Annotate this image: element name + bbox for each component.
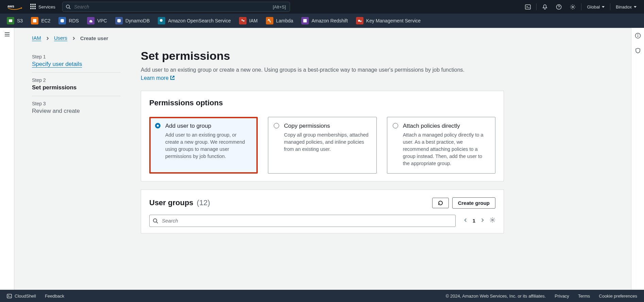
svg-rect-21	[243, 20, 244, 21]
info-icon[interactable]	[635, 33, 641, 40]
fav-dynamodb[interactable]: DynamoDB	[112, 14, 153, 28]
svg-rect-7	[30, 8, 32, 9]
caret-down-icon	[634, 6, 637, 8]
breadcrumb-iam[interactable]: IAM	[32, 35, 41, 41]
security-icon[interactable]	[635, 48, 641, 55]
fav-iam[interactable]: IAM	[236, 14, 261, 28]
cloudshell-icon	[7, 294, 12, 299]
fav-rds[interactable]: RDS	[55, 14, 82, 28]
permissions-options-title: Permissions options	[149, 99, 495, 107]
svg-rect-8	[32, 8, 34, 9]
kms-icon	[356, 17, 363, 24]
create-group-button[interactable]: Create group	[452, 197, 495, 209]
page-next[interactable]	[480, 218, 485, 224]
svg-rect-4	[30, 6, 32, 7]
ec2-icon	[31, 17, 38, 24]
table-settings[interactable]	[490, 217, 495, 224]
fav-opensearch[interactable]: Amazon OpenSearch Service	[154, 14, 234, 28]
svg-rect-5	[32, 6, 34, 7]
option-add-to-group[interactable]: Add user to group Add user to an existin…	[149, 117, 258, 174]
external-link-icon	[170, 74, 175, 83]
chevron-right-icon	[46, 35, 49, 41]
learn-more-link[interactable]: Learn more	[141, 75, 175, 81]
chevron-right-icon	[72, 35, 75, 41]
iam-icon	[239, 17, 247, 24]
fav-redshift[interactable]: Amazon Redshift	[298, 14, 351, 28]
svg-rect-6	[34, 6, 36, 7]
svg-rect-3	[34, 4, 36, 5]
pagination: 1	[463, 217, 495, 224]
svg-point-32	[638, 34, 638, 35]
wizard-steps: Step 1 Specify user details Step 2 Set p…	[32, 49, 120, 233]
footer-cloudshell[interactable]: CloudShell	[7, 294, 36, 299]
global-search: [Alt+S]	[62, 2, 290, 12]
services-menu[interactable]: Services	[27, 4, 59, 10]
radio-icon	[393, 123, 398, 128]
svg-point-27	[153, 219, 157, 222]
svg-rect-1	[30, 4, 32, 5]
region-label: Global	[587, 4, 600, 10]
fav-kms[interactable]: Key Management Service	[353, 14, 424, 28]
user-groups-search	[149, 215, 456, 227]
breadcrumb-users[interactable]: Users	[54, 35, 67, 41]
footer-terms[interactable]: Terms	[578, 294, 590, 299]
svg-line-28	[156, 222, 158, 223]
footer-privacy[interactable]: Privacy	[555, 294, 569, 299]
breadcrumb-current: Create user	[80, 35, 108, 41]
help-icon[interactable]	[552, 0, 566, 14]
radio-selected-icon	[155, 123, 160, 128]
page-subtitle: Add user to an existing group or create …	[141, 66, 474, 83]
favorites-bar: S3 EC2 RDS VPC DynamoDB Amazon OpenSearc…	[0, 14, 644, 28]
svg-point-23	[358, 20, 360, 22]
account-menu[interactable]: Binadox	[612, 4, 641, 10]
fav-ec2[interactable]: EC2	[28, 14, 54, 28]
notifications-icon[interactable]	[538, 0, 552, 14]
svg-point-20	[241, 19, 243, 21]
svg-rect-22	[303, 19, 307, 22]
step-1: Step 1 Specify user details	[32, 49, 120, 73]
global-search-input[interactable]	[62, 2, 290, 12]
fav-lambda[interactable]: Lambda	[262, 14, 297, 28]
fav-vpc[interactable]: VPC	[84, 14, 111, 28]
refresh-icon	[438, 200, 443, 206]
step-3: Step 3 Review and create	[32, 96, 120, 119]
cloudshell-icon[interactable]	[521, 0, 535, 14]
settings-icon[interactable]	[566, 0, 580, 14]
lambda-icon	[266, 17, 273, 24]
page-prev[interactable]	[463, 218, 468, 224]
aws-logo[interactable]: aws	[3, 4, 27, 10]
right-gutter	[631, 28, 644, 290]
permissions-options-panel: Permissions options Add user to group Ad…	[141, 91, 504, 181]
footer-cookies[interactable]: Cookie preferences	[599, 294, 637, 299]
left-gutter	[0, 28, 14, 290]
option-copy-permissions[interactable]: Copy permissions Copy all group membersh…	[268, 117, 376, 174]
fav-s3[interactable]: S3	[3, 14, 26, 28]
rds-icon	[58, 17, 66, 24]
user-groups-search-input[interactable]	[149, 215, 456, 227]
caret-down-icon	[602, 6, 605, 8]
hamburger-icon[interactable]	[4, 31, 10, 39]
account-label: Binadox	[616, 4, 632, 10]
step-2: Step 2 Set permissions	[32, 73, 120, 96]
page-title: Set permissions	[141, 49, 504, 63]
opensearch-icon	[158, 17, 165, 24]
region-selector[interactable]: Global	[583, 4, 609, 10]
footer: CloudShell Feedback © 2024, Amazon Web S…	[0, 290, 644, 302]
dynamodb-icon	[115, 17, 123, 24]
svg-rect-15	[33, 19, 36, 22]
user-groups-panel: User groups (12) Create group	[141, 190, 504, 233]
radio-icon	[274, 123, 279, 128]
refresh-button[interactable]	[432, 198, 449, 208]
footer-feedback[interactable]: Feedback	[45, 294, 64, 299]
step-1-link[interactable]: Specify user details	[32, 61, 82, 68]
redshift-icon	[301, 17, 309, 24]
svg-point-18	[160, 19, 163, 22]
user-groups-count: (12)	[197, 198, 210, 207]
option-attach-policies[interactable]: Attach policies directly Attach a manage…	[387, 117, 495, 174]
search-shortcut: [Alt+S]	[273, 4, 286, 10]
svg-point-29	[492, 219, 493, 221]
svg-point-14	[572, 6, 574, 8]
vpc-icon	[87, 17, 95, 24]
svg-point-10	[66, 5, 69, 8]
main-content: IAM Users Create user Step 1 Specify use…	[14, 28, 631, 290]
